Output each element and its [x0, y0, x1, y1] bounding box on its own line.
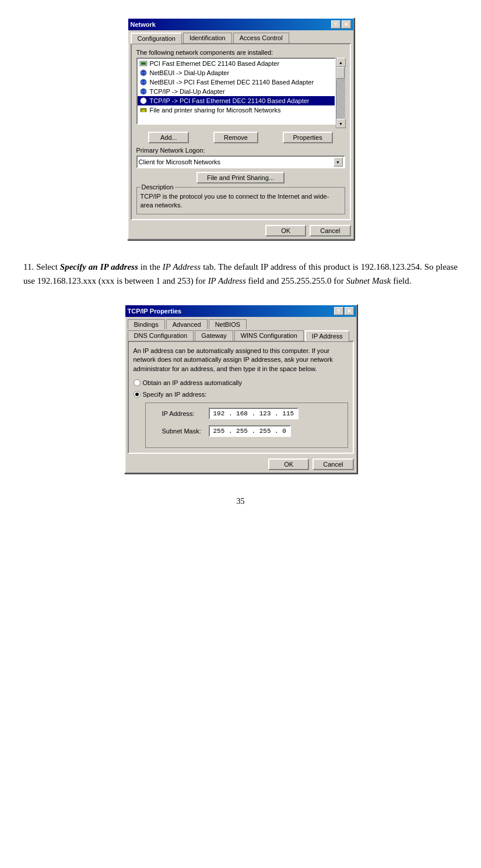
radio-auto-label: Obtain an IP address automatically — [143, 379, 242, 386]
radio-specify[interactable] — [134, 391, 141, 398]
file-sharing-row: File and Print Sharing... — [136, 172, 345, 184]
list-item-text: NetBEUI -> Dial-Up Adapter — [150, 69, 230, 76]
tab-advanced[interactable]: Advanced — [166, 319, 208, 329]
tcpip-tabs-row2: DNS Configuration Gateway WINS Configura… — [128, 330, 354, 341]
tcpip-titlebar: TCP/IP Properties ? ✕ — [125, 305, 356, 317]
adapter-icon — [139, 59, 148, 68]
tcpip-bottom-buttons: OK Cancel — [125, 456, 356, 472]
description-label: Description — [141, 184, 175, 190]
subnet-mask-label: Subnet Mask: — [162, 428, 209, 435]
file-sharing-button[interactable]: File and Print Sharing... — [196, 172, 285, 184]
ip-info-text: An IP address can be automatically assig… — [134, 347, 348, 373]
scroll-down-btn[interactable]: ▼ — [336, 119, 346, 128]
netbeui2-icon — [139, 78, 148, 86]
subnet-mask-input[interactable]: 255 . 255 . 255 . 0 — [209, 425, 291, 437]
subnet-mask-row: Subnet Mask: 255 . 255 . 255 . 0 — [162, 425, 343, 437]
remove-button[interactable]: Remove — [213, 132, 258, 143]
logon-select-value: Client for Microsoft Networks — [139, 158, 221, 165]
tcpip-cancel-button[interactable]: Cancel — [313, 458, 353, 470]
radio-specify-label: Specify an IP address: — [143, 391, 207, 398]
tcpip-title: TCP/IP Properties — [128, 308, 182, 315]
step-number: 11. — [23, 262, 36, 271]
list-item[interactable]: File and printer sharing for Microsoft N… — [138, 105, 335, 115]
radio-specify-row: Specify an IP address: — [134, 391, 348, 398]
titlebar-buttons: ? ✕ — [331, 20, 351, 29]
logon-select-row: Client for Microsoft Networks ▼ — [136, 156, 345, 168]
tcpip-content: An IP address can be automatically assig… — [128, 341, 354, 454]
fileshare-icon — [139, 106, 148, 114]
network-dialog-title: Network — [131, 21, 156, 28]
properties-button[interactable]: Properties — [283, 132, 333, 143]
tab-identification[interactable]: Identification — [183, 33, 232, 43]
netbeui-icon — [139, 69, 148, 77]
tcpip-titlebar-buttons: ? ✕ — [334, 307, 354, 315]
tcpip-help-button[interactable]: ? — [334, 307, 343, 315]
dialog-content: The following network components are ins… — [131, 43, 351, 220]
scroll-up-btn[interactable]: ▲ — [336, 58, 346, 67]
add-button[interactable]: Add... — [148, 132, 189, 143]
network-components-list[interactable]: PCI Fast Ethernet DEC 21140 Based Adapte… — [136, 58, 336, 125]
tab-bindings[interactable]: Bindings — [128, 319, 165, 329]
tab-configuration[interactable]: Configuration — [131, 33, 182, 44]
tab-access-control[interactable]: Access Control — [233, 33, 289, 43]
list-item-selected[interactable]: TCP/IP -> PCI Fast Ethernet DEC 21140 Ba… — [138, 96, 335, 105]
tab-gateway[interactable]: Gateway — [195, 330, 233, 341]
logon-dropdown-arrow[interactable]: ▼ — [333, 157, 343, 167]
close-button[interactable]: ✕ — [342, 20, 351, 29]
instruction-text: 11. Select Specify an IP address in the … — [23, 260, 458, 288]
page-number: 35 — [237, 497, 245, 506]
radio-auto[interactable] — [134, 379, 141, 386]
tcpip-tabs-row1: Bindings Advanced NetBIOS — [128, 319, 354, 329]
tab-wins[interactable]: WINS Configuration — [234, 330, 304, 341]
network-dialog-titlebar: Network ? ✕ — [128, 19, 353, 30]
tcpip-close-button[interactable]: ✕ — [345, 307, 354, 315]
dialog-bottom-buttons: OK Cancel — [128, 223, 353, 239]
tab-netbios[interactable]: NetBIOS — [209, 319, 247, 329]
ok-button[interactable]: OK — [265, 225, 306, 237]
list-item-text: File and printer sharing for Microsoft N… — [150, 107, 281, 114]
list-item[interactable]: PCI Fast Ethernet DEC 21140 Based Adapte… — [138, 59, 335, 68]
tcpip-dialog-container: TCP/IP Properties ? ✕ Bindings Advanced … — [23, 304, 458, 474]
description-text: TCP/IP is the protocol you use to connec… — [141, 191, 341, 210]
list-item-text: TCP/IP -> Dial-Up Adapter — [150, 88, 225, 95]
logon-label: Primary Network Logon: — [136, 147, 345, 154]
list-label: The following network components are ins… — [136, 49, 345, 56]
list-item-text: PCI Fast Ethernet DEC 21140 Based Adapte… — [150, 60, 280, 67]
description-groupbox: Description TCP/IP is the protocol you u… — [136, 187, 345, 214]
svg-rect-15 — [142, 110, 145, 112]
tcpip-ok-button[interactable]: OK — [268, 458, 309, 470]
ip-address-input[interactable]: 192 . 168 . 123 . 115 — [209, 408, 299, 419]
help-button[interactable]: ? — [331, 20, 340, 29]
scroll-track — [336, 67, 345, 119]
list-item[interactable]: TCP/IP -> Dial-Up Adapter — [138, 87, 335, 96]
list-item-text: TCP/IP -> PCI Fast Ethernet DEC 21140 Ba… — [150, 97, 310, 104]
tcpip-tabs-container: Bindings Advanced NetBIOS DNS Configurat… — [125, 317, 356, 341]
list-item-text: NetBEUI -> PCI Fast Ethernet DEC 21140 B… — [150, 79, 314, 86]
cancel-button[interactable]: Cancel — [310, 225, 350, 237]
action-buttons: Add... Remove Properties — [136, 132, 345, 143]
ip-address-row: IP Address: 192 . 168 . 123 . 115 — [162, 408, 343, 419]
svg-rect-1 — [141, 62, 146, 65]
tcpip2-icon — [139, 97, 148, 105]
tcpip-dialog: TCP/IP Properties ? ✕ Bindings Advanced … — [124, 304, 357, 474]
ip-fields-box: IP Address: 192 . 168 . 123 . 115 Subnet… — [145, 403, 348, 448]
scroll-thumb[interactable] — [336, 67, 345, 79]
ip-address-label: IP Address: — [162, 410, 209, 417]
tab-dns[interactable]: DNS Configuration — [128, 330, 194, 341]
dialog-tabs: Configuration Identification Access Cont… — [128, 30, 353, 43]
list-item[interactable]: NetBEUI -> PCI Fast Ethernet DEC 21140 B… — [138, 77, 335, 87]
tab-ip-address[interactable]: IP Address — [305, 330, 349, 341]
scrollbar[interactable]: ▲ ▼ — [336, 58, 345, 128]
tcpip1-icon — [139, 87, 148, 96]
network-dialog: Network ? ✕ Configuration Identification… — [127, 17, 354, 240]
list-item[interactable]: NetBEUI -> Dial-Up Adapter — [138, 68, 335, 77]
radio-auto-row: Obtain an IP address automatically — [134, 379, 348, 386]
logon-select[interactable]: Client for Microsoft Networks ▼ — [136, 156, 345, 168]
